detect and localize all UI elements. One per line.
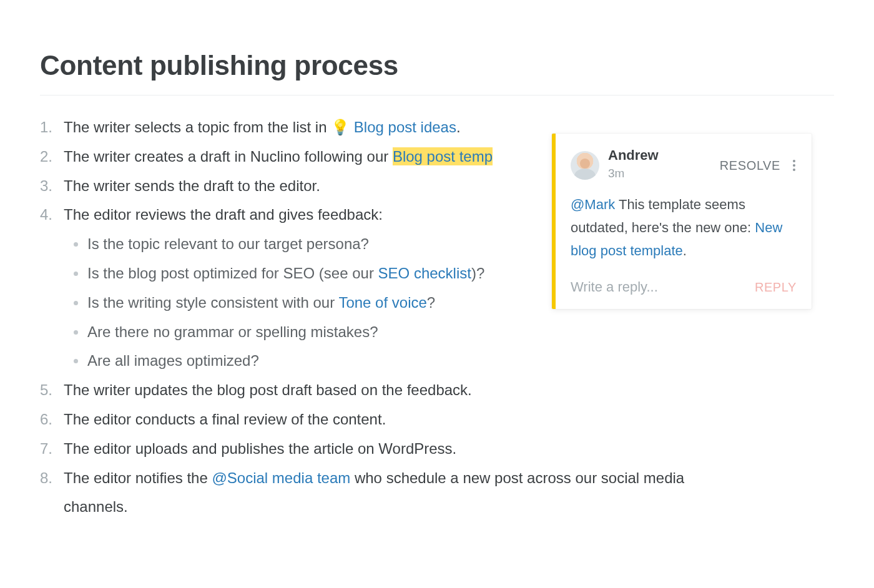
step-text: . bbox=[456, 119, 461, 135]
step-text: The writer selects a topic from the list… bbox=[64, 119, 331, 135]
reply-input[interactable] bbox=[571, 279, 747, 295]
comment-reply-row: REPLY bbox=[571, 277, 797, 298]
step-item[interactable]: The editor uploads and publishes the art… bbox=[40, 434, 727, 464]
comment-text: . bbox=[683, 243, 687, 258]
comment-body: @Mark This template seems outdated, here… bbox=[571, 193, 797, 263]
step-item[interactable]: The writer updates the blog post draft b… bbox=[40, 376, 727, 405]
comment-card: Andrew 3m RESOLVE @Mark This template se… bbox=[552, 134, 812, 309]
highlighted-link-blog-post-template[interactable]: Blog post temp bbox=[393, 147, 493, 165]
page-title: Content publishing process bbox=[40, 50, 834, 96]
resolve-button[interactable]: RESOLVE bbox=[720, 155, 780, 176]
check-text: Is the topic relevant to our target pers… bbox=[87, 235, 369, 252]
check-text: Are there no grammar or spelling mistake… bbox=[87, 323, 378, 340]
comment-timestamp: 3m bbox=[608, 164, 711, 184]
comment-header: Andrew 3m RESOLVE bbox=[571, 147, 797, 184]
checklist-item[interactable]: Are there no grammar or spelling mistake… bbox=[64, 318, 727, 347]
link-seo-checklist[interactable]: SEO checklist bbox=[378, 265, 471, 282]
step-text: The writer updates the blog post draft b… bbox=[64, 381, 472, 398]
comment-author-name: Andrew bbox=[608, 147, 711, 164]
check-text: )? bbox=[471, 265, 484, 282]
mention-social-media-team[interactable]: @Social media team bbox=[212, 469, 350, 486]
step-text: The writer sends the draft to the editor… bbox=[64, 177, 320, 194]
document-page: Content publishing process The writer se… bbox=[0, 0, 874, 522]
reply-button[interactable]: REPLY bbox=[755, 277, 797, 298]
step-item[interactable]: The editor conducts a final review of th… bbox=[40, 405, 727, 434]
avatar[interactable] bbox=[571, 151, 599, 180]
mention-mark[interactable]: @Mark bbox=[571, 197, 615, 212]
comment-actions: RESOLVE bbox=[720, 155, 797, 176]
link-blog-post-ideas[interactable]: Blog post ideas bbox=[354, 119, 456, 135]
checklist-item[interactable]: Are all images optimized? bbox=[64, 346, 727, 376]
check-text: Is the blog post optimized for SEO (see … bbox=[87, 265, 378, 282]
lightbulb-icon: 💡 bbox=[331, 119, 350, 135]
step-text: The editor conducts a final review of th… bbox=[64, 411, 386, 428]
step-text: The editor reviews the draft and gives f… bbox=[64, 206, 383, 223]
step-item[interactable]: The editor notifies the @Social media te… bbox=[40, 464, 727, 522]
check-text: ? bbox=[427, 294, 435, 311]
step-text: The editor notifies the bbox=[64, 469, 212, 486]
check-text: Is the writing style consistent with our bbox=[87, 294, 338, 311]
comment-author-block: Andrew 3m bbox=[608, 147, 711, 184]
link-tone-of-voice[interactable]: Tone of voice bbox=[338, 294, 426, 311]
step-text: The editor uploads and publishes the art… bbox=[64, 440, 456, 457]
check-text: Are all images optimized? bbox=[87, 352, 259, 369]
step-text: The writer creates a draft in Nuclino fo… bbox=[64, 148, 393, 165]
more-options-icon[interactable] bbox=[792, 159, 797, 172]
